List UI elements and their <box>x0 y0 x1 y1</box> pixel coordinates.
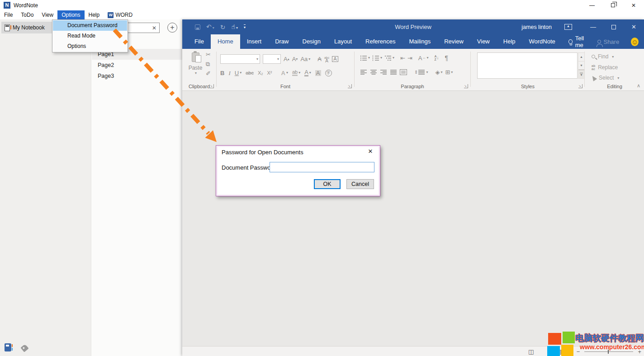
menu-file[interactable]: File <box>0 10 17 19</box>
customize-qat-icon[interactable]: ▾ <box>244 24 246 29</box>
tags-button[interactable] <box>20 344 28 352</box>
character-shading-icon[interactable]: A <box>315 70 321 76</box>
close-button[interactable]: ✕ <box>623 0 644 10</box>
change-case-icon[interactable]: Aa▾ <box>300 56 310 62</box>
feedback-smiley-icon[interactable]: ☺ <box>631 38 639 46</box>
menuitem-options[interactable]: Options <box>53 41 127 52</box>
document-area[interactable] <box>182 91 644 346</box>
clear-formatting-icon[interactable]: A <box>317 56 322 62</box>
copy-icon[interactable]: ⧉ <box>206 61 211 67</box>
shading-icon[interactable]: ◈▾ <box>435 69 442 75</box>
find-button[interactable]: Find▾ <box>592 53 614 60</box>
tab-mailings[interactable]: Mailings <box>402 34 438 49</box>
gallery-scroll-up-icon[interactable]: ▲ <box>578 53 584 62</box>
tab-references[interactable]: References <box>359 34 402 49</box>
distribute-icon[interactable] <box>400 69 407 75</box>
menu-options[interactable]: Options <box>57 10 84 19</box>
styles-dialog-launcher-icon[interactable]: ↘ <box>578 84 582 88</box>
menu-view[interactable]: View <box>38 10 57 19</box>
line-spacing-icon[interactable]: ⇕▾ <box>414 69 428 75</box>
subscript-icon[interactable]: X₂ <box>258 71 263 76</box>
tab-design[interactable]: Design <box>296 34 327 49</box>
borders-icon[interactable]: ⊞▾ <box>445 69 453 75</box>
increase-indent-icon[interactable]: ⇥ <box>407 55 412 61</box>
tell-me-box[interactable]: Tell me <box>562 34 598 49</box>
asian-layout-icon[interactable]: A↔▾ <box>418 55 429 61</box>
clipboard-dialog-launcher-icon[interactable]: ↘ <box>210 84 214 88</box>
undo-button[interactable]: ↶▾ <box>206 24 214 30</box>
cancel-button[interactable]: Cancel <box>346 179 374 189</box>
menu-help[interactable]: Help <box>85 10 104 19</box>
show-hide-pilcrow-icon[interactable]: ¶ <box>445 55 449 61</box>
collapse-ribbon-icon[interactable]: ∧ <box>637 83 640 89</box>
ok-button[interactable]: OK <box>314 179 341 189</box>
menuitem-read-mode[interactable]: Read Mode <box>53 31 127 41</box>
page-item-3[interactable]: Page3 <box>92 71 182 81</box>
superscript-icon[interactable]: X² <box>267 71 272 76</box>
tab-view[interactable]: View <box>470 34 497 49</box>
multilevel-list-icon[interactable]: ▾ <box>384 55 394 61</box>
replace-button[interactable]: abac Replace <box>592 64 618 71</box>
redo-icon[interactable]: ↻ <box>220 24 226 30</box>
select-button[interactable]: Select▾ <box>592 75 619 81</box>
search-clear-icon[interactable]: ✕ <box>149 25 159 31</box>
italic-icon[interactable]: I <box>228 70 230 76</box>
align-right-icon[interactable] <box>380 69 387 75</box>
styles-gallery[interactable] <box>477 52 578 79</box>
cut-icon[interactable]: ✂ <box>206 52 211 57</box>
grow-font-icon[interactable]: A▴ <box>284 56 289 62</box>
menu-word[interactable]: W WORD <box>104 12 137 18</box>
align-left-icon[interactable] <box>360 69 367 75</box>
decrease-indent-icon[interactable]: ⇤ <box>400 55 405 61</box>
gallery-more-icon[interactable]: ▼ <box>578 70 584 78</box>
tab-file[interactable]: File <box>188 34 211 49</box>
underline-icon[interactable]: U▾ <box>235 70 242 76</box>
tab-insert[interactable]: Insert <box>240 34 269 49</box>
tab-review[interactable]: Review <box>437 34 470 49</box>
enclose-characters-icon[interactable]: 字 <box>325 70 332 76</box>
paragraph-dialog-launcher-icon[interactable]: ↘ <box>464 84 468 88</box>
text-effects-icon[interactable]: A▾ <box>281 70 288 76</box>
phonetic-guide-icon[interactable]: abcA <box>324 56 329 62</box>
tab-help[interactable]: Help <box>497 34 522 49</box>
gallery-scroll-down-icon[interactable]: ▼ <box>578 62 584 70</box>
justify-icon[interactable] <box>390 69 397 75</box>
word-close-button[interactable]: ✕ <box>624 19 644 34</box>
font-color-icon[interactable]: A▾ <box>304 69 311 76</box>
bold-icon[interactable]: B <box>220 70 224 76</box>
save-icon[interactable] <box>195 24 200 30</box>
restore-button[interactable] <box>602 0 623 10</box>
format-painter-icon[interactable]: ✐ <box>206 71 211 76</box>
ribbon-display-options-icon[interactable] <box>564 24 572 30</box>
menuitem-document-password[interactable]: Document Password <box>53 20 127 31</box>
strikethrough-icon[interactable]: abc <box>246 71 254 76</box>
word-minimize-button[interactable]: — <box>583 19 603 34</box>
font-dialog-launcher-icon[interactable]: ↘ <box>348 84 352 88</box>
bullets-icon[interactable]: ▾ <box>360 55 370 61</box>
word-maximize-button[interactable] <box>603 19 624 34</box>
share-button[interactable]: Share <box>597 34 619 49</box>
numbering-icon[interactable]: ▾ <box>372 55 382 61</box>
font-size-combobox[interactable]: ▾ <box>263 54 281 64</box>
minimize-button[interactable]: — <box>582 0 602 10</box>
menu-todo[interactable]: ToDo <box>17 10 38 19</box>
tab-draw[interactable]: Draw <box>268 34 295 49</box>
paste-button[interactable]: Paste ▾ <box>187 51 204 83</box>
password-input[interactable] <box>270 162 374 172</box>
add-page-button[interactable]: + <box>167 23 177 33</box>
dialog-close-button[interactable]: ✕ <box>365 148 376 157</box>
tab-wordnote[interactable]: WordNote <box>522 34 562 49</box>
character-border-icon[interactable]: A <box>332 56 338 62</box>
tab-layout[interactable]: Layout <box>327 34 359 49</box>
notebook-item[interactable]: My Notebook <box>1 22 52 33</box>
font-name-combobox[interactable]: ▾ <box>220 54 260 64</box>
tab-home[interactable]: Home <box>211 34 240 49</box>
read-mode-icon[interactable]: ◫ <box>528 348 534 355</box>
touch-mode-button[interactable]: ☝▾ <box>231 24 238 30</box>
shrink-font-icon[interactable]: A▾ <box>292 56 298 62</box>
sort-icon[interactable]: AZ↓ <box>435 55 439 61</box>
highlight-color-icon[interactable]: ab▾ <box>292 70 300 76</box>
align-center-icon[interactable] <box>370 69 377 75</box>
page-item-2[interactable]: Page2 <box>92 60 182 71</box>
notebooks-button[interactable] <box>5 343 11 351</box>
